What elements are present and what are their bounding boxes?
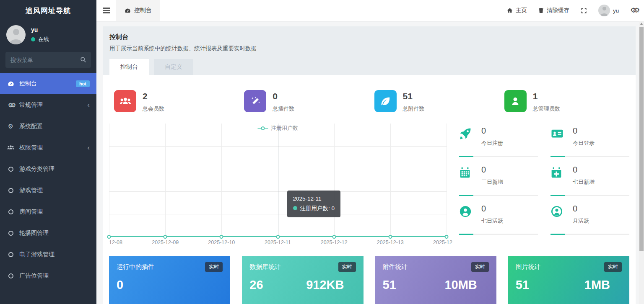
card-title: 数据库统计	[249, 263, 281, 271]
sidebar-item-dashboard[interactable]: 控制台 hot	[0, 73, 96, 94]
legend-label: 注册用户数	[271, 124, 298, 132]
mini-stat-bar	[551, 195, 629, 196]
card-attachment-stats: 附件统计 实时 5110MB	[375, 256, 496, 304]
chart-axis-pointer	[278, 124, 278, 237]
chart-x-label: 2025-12-12	[321, 240, 348, 245]
series-dot-icon	[293, 206, 297, 210]
chart-x-label: 2025-12-14	[433, 240, 452, 245]
dashboard-icon	[7, 80, 15, 87]
topbar-user[interactable]: yu	[598, 5, 619, 16]
scrollbar-up-arrow[interactable]	[639, 21, 644, 26]
chart-x-label: 2025-12-10	[208, 240, 235, 245]
card-value-size: 1MB	[584, 278, 610, 292]
chart-gridline-v	[165, 124, 166, 237]
sidebar-item-label: 系统配置	[19, 123, 43, 130]
mini-stats-grid: 0 今日注册 0 今日登录	[459, 124, 629, 247]
stat-label: 总管理员数	[533, 105, 560, 113]
online-status-dot	[31, 37, 35, 41]
mini-stat-month-active: 0 月活跃	[551, 201, 629, 240]
stat-card-admins: 1 总管理员数	[499, 90, 629, 113]
chevron-left-icon: ‹	[87, 101, 90, 108]
sidebar-item-general[interactable]: ⚙⚙ 常规管理 ‹	[0, 94, 96, 116]
realtime-cards-row: 运行中的插件 实时 0 数据库统计 实时 26912KB 附件统计 实时	[109, 256, 629, 304]
mini-stat-7day-active: 0 七日活跃	[459, 201, 538, 240]
tab-console[interactable]: 控制台	[109, 59, 149, 75]
admin-user-icon	[504, 90, 527, 112]
scrollbar-thumb[interactable]	[639, 27, 644, 251]
card-value: 0	[117, 278, 123, 292]
search-input[interactable]	[5, 52, 91, 68]
chart-x-label: 2025-12-08	[109, 240, 122, 245]
sidebar-item-game-category[interactable]: 游戏分类管理	[0, 158, 96, 180]
user-circle-icon	[459, 204, 475, 225]
card-value: 26	[249, 278, 263, 292]
sidebar-item-label: 广告位管理	[19, 272, 49, 280]
search-icon[interactable]	[80, 57, 86, 63]
realtime-badge: 实时	[205, 262, 223, 272]
card-value-size: 912KB	[306, 278, 344, 292]
settings-button[interactable]: ⚙⚙	[630, 7, 637, 14]
home-link[interactable]: 主页	[507, 7, 527, 14]
stat-card-members: 2 总会员数	[109, 90, 239, 113]
realtime-badge: 实时	[471, 262, 489, 272]
tab-dashboard[interactable]: 控制台	[116, 0, 160, 21]
stat-cards-row: 2 总会员数 0 总插件数 51 总附件数	[109, 90, 629, 113]
clear-cache-button[interactable]: 清除缓存	[538, 7, 569, 14]
sidebar-item-auth[interactable]: 权限管理 ‹	[0, 137, 96, 158]
sidebar-item-room[interactable]: 房间管理	[0, 201, 96, 222]
dashboard-panel: 控制台 用于展示当前系统中的统计数据、统计报表及重要实时数据 控制台 自定义 2…	[103, 26, 636, 304]
circle-icon	[7, 209, 15, 214]
user-name: yu	[31, 26, 49, 33]
tab-custom[interactable]: 自定义	[154, 59, 193, 75]
stat-value: 2	[143, 91, 164, 101]
menu-toggle-button[interactable]	[103, 8, 110, 13]
registrations-chart: 注册用户数 2025-12-11 注册用户数: 0 2025-12-082025…	[109, 124, 447, 247]
chart-legend[interactable]: 注册用户数	[257, 124, 298, 132]
tooltip-value: 注册用户数: 0	[300, 205, 335, 211]
user-panel: yu 在线	[0, 21, 96, 50]
card-value: 51	[383, 278, 396, 292]
sidebar-item-egame[interactable]: 电子游戏管理	[0, 244, 96, 265]
mini-stat-today-login: 0 今日登录	[551, 124, 629, 162]
main-content: 控制台 用于展示当前系统中的统计数据、统计报表及重要实时数据 控制台 自定义 2…	[96, 21, 644, 304]
stat-value: 51	[403, 91, 425, 101]
sidebar-item-label: 控制台	[19, 80, 37, 88]
chevron-left-icon: ‹	[87, 144, 90, 151]
card-title: 附件统计	[383, 263, 408, 271]
home-label: 主页	[516, 7, 527, 14]
card-value: 51	[516, 278, 529, 292]
home-icon	[507, 8, 513, 13]
chart-data-point	[332, 235, 336, 239]
mini-stat-value: 0	[481, 126, 503, 136]
tab-label: 控制台	[134, 7, 152, 14]
chart-gridline-v	[334, 124, 335, 237]
chart-x-label: 2025-12-09	[152, 240, 179, 245]
mini-stat-7day-new: 0 七日新增	[551, 162, 629, 201]
sidebar-item-label: 常规管理	[19, 101, 43, 109]
fullscreen-button[interactable]	[581, 8, 587, 14]
circle-icon	[7, 167, 15, 172]
stat-value: 0	[273, 91, 294, 101]
clear-cache-label: 清除缓存	[547, 7, 569, 14]
circle-icon	[7, 273, 15, 278]
card-value-size: 10MB	[444, 278, 477, 292]
sidebar-item-label: 轮播图管理	[19, 229, 49, 237]
mini-stat-bar	[459, 156, 538, 157]
topbar-user-name: yu	[613, 8, 619, 14]
stat-label: 总插件数	[273, 105, 294, 113]
expand-icon	[581, 8, 587, 14]
topbar: 控制台 主页 清除缓存 yu ⚙⚙	[96, 0, 644, 21]
scrollbar[interactable]	[639, 21, 644, 304]
stat-label: 总会员数	[143, 105, 164, 113]
sidebar-item-label: 电子游戏管理	[19, 251, 55, 258]
calendar-plus-icon	[551, 165, 566, 186]
chart-gridline-v	[447, 124, 447, 237]
card-image-stats: 图片统计 实时 511MB	[508, 256, 629, 304]
sidebar-item-config[interactable]: ⚙ 系统配置	[0, 116, 96, 137]
sidebar-item-banner[interactable]: 轮播图管理	[0, 222, 96, 244]
stat-value: 1	[533, 91, 560, 101]
mini-stat-value: 0	[573, 165, 595, 175]
sidebar-item-adspace[interactable]: 广告位管理	[0, 265, 96, 286]
user-avatar	[598, 5, 610, 16]
sidebar-item-game[interactable]: 游戏管理	[0, 180, 96, 201]
